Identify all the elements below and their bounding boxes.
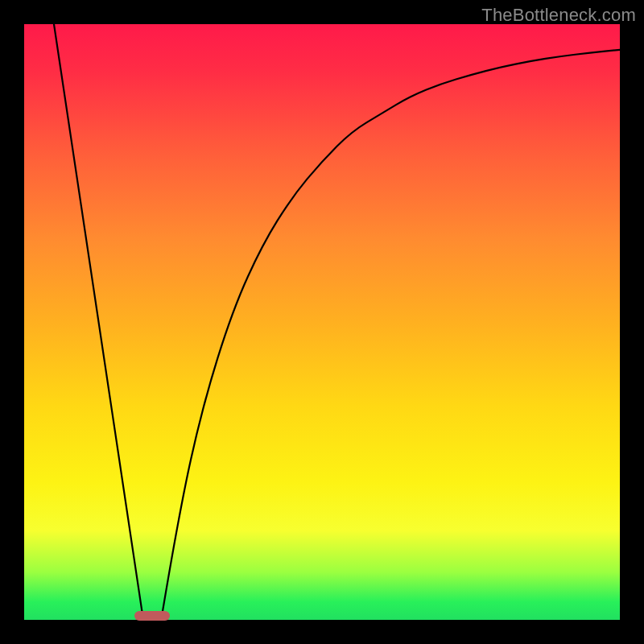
plot-area xyxy=(24,24,620,620)
left-descending-line xyxy=(54,24,143,620)
right-rising-curve xyxy=(161,50,620,620)
chart-curves-svg xyxy=(24,24,620,620)
watermark-text: TheBottleneck.com xyxy=(481,5,636,26)
sweet-spot-marker xyxy=(134,611,170,621)
chart-frame: TheBottleneck.com xyxy=(0,0,644,644)
